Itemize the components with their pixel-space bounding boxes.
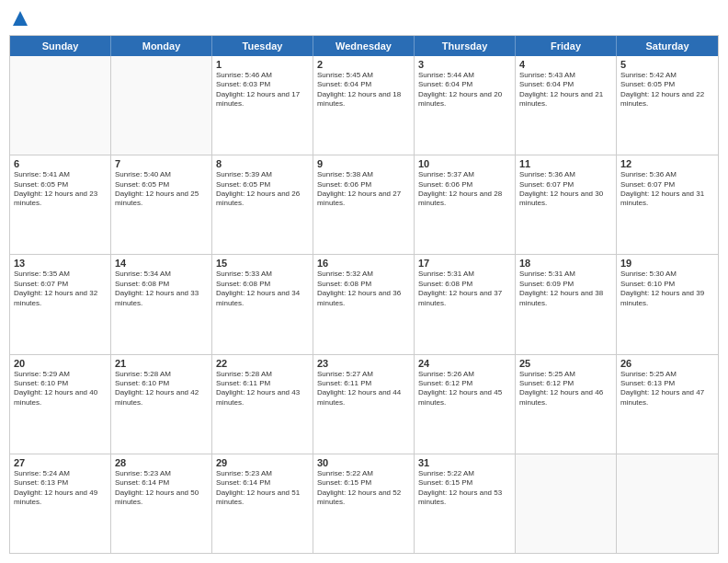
- header-wednesday: Wednesday: [313, 36, 415, 56]
- cell-text: Sunrise: 5:36 AMSunset: 6:07 PMDaylight:…: [519, 170, 612, 209]
- cell-text: Sunrise: 5:38 AMSunset: 6:06 PMDaylight:…: [317, 170, 410, 209]
- cell-text: Sunrise: 5:42 AMSunset: 6:05 PMDaylight:…: [620, 71, 714, 109]
- day-number: 1: [216, 59, 309, 70]
- day-number: 31: [418, 457, 511, 468]
- table-row: 19Sunrise: 5:30 AMSunset: 6:10 PMDayligh…: [617, 255, 718, 353]
- day-number: 24: [418, 358, 511, 369]
- calendar-row: 13Sunrise: 5:35 AMSunset: 6:07 PMDayligh…: [10, 255, 718, 354]
- table-row: 5Sunrise: 5:42 AMSunset: 6:05 PMDaylight…: [617, 56, 718, 155]
- cell-text: Sunrise: 5:26 AMSunset: 6:12 PMDaylight:…: [418, 370, 511, 408]
- day-number: 2: [317, 59, 410, 70]
- day-number: 26: [620, 358, 714, 369]
- cell-text: Sunrise: 5:45 AMSunset: 6:04 PMDaylight:…: [317, 71, 410, 109]
- table-row: 2Sunrise: 5:45 AMSunset: 6:04 PMDaylight…: [313, 56, 415, 155]
- cell-text: Sunrise: 5:32 AMSunset: 6:08 PMDaylight:…: [317, 270, 410, 308]
- table-row: 10Sunrise: 5:37 AMSunset: 6:06 PMDayligh…: [415, 155, 516, 254]
- calendar-row: 20Sunrise: 5:29 AMSunset: 6:10 PMDayligh…: [10, 355, 718, 454]
- cell-text: Sunrise: 5:23 AMSunset: 6:14 PMDaylight:…: [216, 469, 309, 508]
- cell-text: Sunrise: 5:39 AMSunset: 6:05 PMDaylight:…: [216, 170, 309, 209]
- table-row: 21Sunrise: 5:28 AMSunset: 6:10 PMDayligh…: [111, 355, 212, 454]
- cell-text: Sunrise: 5:36 AMSunset: 6:07 PMDaylight:…: [620, 170, 714, 209]
- day-number: 22: [216, 358, 309, 369]
- day-number: 15: [216, 258, 309, 269]
- header-friday: Friday: [516, 36, 617, 56]
- page: Sunday Monday Tuesday Wednesday Thursday…: [0, 0, 728, 563]
- calendar-body: 1Sunrise: 5:46 AMSunset: 6:03 PMDaylight…: [10, 56, 718, 553]
- day-number: 4: [519, 59, 612, 70]
- table-row: 20Sunrise: 5:29 AMSunset: 6:10 PMDayligh…: [10, 355, 111, 454]
- table-row: 7Sunrise: 5:40 AMSunset: 6:05 PMDaylight…: [111, 155, 212, 254]
- cell-text: Sunrise: 5:44 AMSunset: 6:04 PMDaylight:…: [418, 71, 511, 109]
- header-tuesday: Tuesday: [212, 36, 313, 56]
- table-row: 24Sunrise: 5:26 AMSunset: 6:12 PMDayligh…: [415, 355, 516, 454]
- header-saturday: Saturday: [617, 36, 718, 56]
- table-row: 18Sunrise: 5:31 AMSunset: 6:09 PMDayligh…: [516, 255, 617, 353]
- day-number: 25: [519, 358, 612, 369]
- day-number: 30: [317, 457, 410, 468]
- day-number: 16: [317, 258, 410, 269]
- table-row: 28Sunrise: 5:23 AMSunset: 6:14 PMDayligh…: [111, 454, 212, 553]
- cell-text: Sunrise: 5:37 AMSunset: 6:06 PMDaylight:…: [418, 170, 511, 209]
- table-row: 6Sunrise: 5:41 AMSunset: 6:05 PMDaylight…: [10, 155, 111, 254]
- table-row: [10, 56, 111, 155]
- table-row: 16Sunrise: 5:32 AMSunset: 6:08 PMDayligh…: [313, 255, 415, 353]
- table-row: 31Sunrise: 5:22 AMSunset: 6:15 PMDayligh…: [415, 454, 516, 553]
- cell-text: Sunrise: 5:33 AMSunset: 6:08 PMDaylight:…: [216, 270, 309, 308]
- table-row: 8Sunrise: 5:39 AMSunset: 6:05 PMDaylight…: [212, 155, 313, 254]
- day-number: 29: [216, 457, 309, 468]
- cell-text: Sunrise: 5:43 AMSunset: 6:04 PMDaylight:…: [519, 71, 612, 109]
- table-row: 22Sunrise: 5:28 AMSunset: 6:11 PMDayligh…: [212, 355, 313, 454]
- cell-text: Sunrise: 5:31 AMSunset: 6:08 PMDaylight:…: [418, 270, 511, 308]
- header-thursday: Thursday: [415, 36, 516, 56]
- table-row: 13Sunrise: 5:35 AMSunset: 6:07 PMDayligh…: [10, 255, 111, 353]
- cell-text: Sunrise: 5:28 AMSunset: 6:10 PMDaylight:…: [115, 370, 208, 408]
- header: [9, 9, 719, 28]
- table-row: 1Sunrise: 5:46 AMSunset: 6:03 PMDaylight…: [212, 56, 313, 155]
- day-number: 6: [14, 158, 107, 169]
- header-sunday: Sunday: [10, 36, 111, 56]
- table-row: 9Sunrise: 5:38 AMSunset: 6:06 PMDaylight…: [313, 155, 415, 254]
- day-number: 28: [115, 457, 208, 468]
- cell-text: Sunrise: 5:31 AMSunset: 6:09 PMDaylight:…: [519, 270, 612, 308]
- svg-marker-0: [13, 11, 28, 26]
- table-row: 3Sunrise: 5:44 AMSunset: 6:04 PMDaylight…: [415, 56, 516, 155]
- day-number: 21: [115, 358, 208, 369]
- cell-text: Sunrise: 5:25 AMSunset: 6:12 PMDaylight:…: [519, 370, 612, 408]
- day-number: 20: [14, 358, 107, 369]
- cell-text: Sunrise: 5:46 AMSunset: 6:03 PMDaylight:…: [216, 71, 309, 109]
- table-row: 4Sunrise: 5:43 AMSunset: 6:04 PMDaylight…: [516, 56, 617, 155]
- header-monday: Monday: [111, 36, 212, 56]
- day-number: 8: [216, 158, 309, 169]
- table-row: [516, 454, 617, 553]
- cell-text: Sunrise: 5:24 AMSunset: 6:13 PMDaylight:…: [14, 469, 107, 508]
- table-row: 14Sunrise: 5:34 AMSunset: 6:08 PMDayligh…: [111, 255, 212, 353]
- day-number: 10: [418, 158, 511, 169]
- day-number: 9: [317, 158, 410, 169]
- cell-text: Sunrise: 5:29 AMSunset: 6:10 PMDaylight:…: [14, 370, 107, 408]
- table-row: [617, 454, 718, 553]
- day-number: 7: [115, 158, 208, 169]
- day-number: 12: [620, 158, 714, 169]
- cell-text: Sunrise: 5:28 AMSunset: 6:11 PMDaylight:…: [216, 370, 309, 408]
- day-number: 13: [14, 258, 107, 269]
- table-row: 29Sunrise: 5:23 AMSunset: 6:14 PMDayligh…: [212, 454, 313, 553]
- table-row: 27Sunrise: 5:24 AMSunset: 6:13 PMDayligh…: [10, 454, 111, 553]
- table-row: 25Sunrise: 5:25 AMSunset: 6:12 PMDayligh…: [516, 355, 617, 454]
- day-number: 19: [620, 258, 714, 269]
- day-number: 27: [14, 457, 107, 468]
- cell-text: Sunrise: 5:22 AMSunset: 6:15 PMDaylight:…: [418, 469, 511, 508]
- cell-text: Sunrise: 5:27 AMSunset: 6:11 PMDaylight:…: [317, 370, 410, 408]
- table-row: 11Sunrise: 5:36 AMSunset: 6:07 PMDayligh…: [516, 155, 617, 254]
- day-number: 14: [115, 258, 208, 269]
- table-row: 23Sunrise: 5:27 AMSunset: 6:11 PMDayligh…: [313, 355, 415, 454]
- day-number: 23: [317, 358, 410, 369]
- cell-text: Sunrise: 5:22 AMSunset: 6:15 PMDaylight:…: [317, 469, 410, 508]
- logo-icon: [11, 9, 29, 28]
- table-row: 12Sunrise: 5:36 AMSunset: 6:07 PMDayligh…: [617, 155, 718, 254]
- day-number: 3: [418, 59, 511, 70]
- cell-text: Sunrise: 5:35 AMSunset: 6:07 PMDaylight:…: [14, 270, 107, 308]
- cell-text: Sunrise: 5:23 AMSunset: 6:14 PMDaylight:…: [115, 469, 208, 508]
- table-row: 26Sunrise: 5:25 AMSunset: 6:13 PMDayligh…: [617, 355, 718, 454]
- day-number: 17: [418, 258, 511, 269]
- table-row: 15Sunrise: 5:33 AMSunset: 6:08 PMDayligh…: [212, 255, 313, 353]
